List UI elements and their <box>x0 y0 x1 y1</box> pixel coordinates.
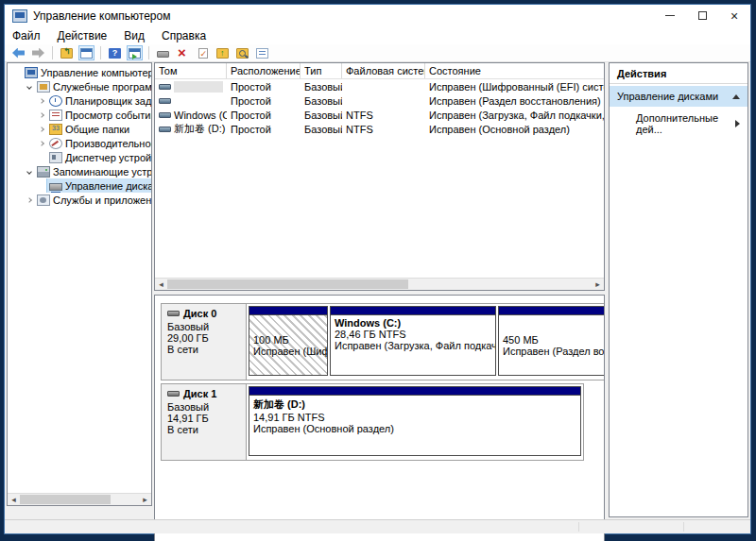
menu-item-Справка[interactable]: Справка <box>162 29 206 42</box>
menu-item-Действие[interactable]: Действие <box>58 29 108 42</box>
table-row[interactable]: 新加卷 (D:)ПростойБазовыйNTFSИсправен (Осно… <box>155 122 604 136</box>
cell <box>155 81 227 93</box>
chevron-down-icon[interactable] <box>24 170 35 174</box>
chevron-right-icon[interactable] <box>36 142 47 145</box>
up-one-level-button[interactable] <box>59 45 75 60</box>
chevron-right-icon[interactable] <box>36 113 47 117</box>
column-header-2[interactable]: Расположение <box>227 63 301 78</box>
extend-button[interactable] <box>215 45 231 60</box>
disk-size: 14,91 ГБ <box>167 413 240 424</box>
sidebar-item-tools[interactable]: Служебные программы <box>8 79 151 93</box>
partition-1-0[interactable]: 新加卷 (D:)14,91 ГБ NTFSИсправен (Основной … <box>249 386 581 456</box>
volume-icon <box>159 98 171 104</box>
minimize-button[interactable] <box>654 5 686 26</box>
cell: Простой <box>227 81 301 93</box>
computer-icon <box>25 67 38 78</box>
sidebar-item-scheduler[interactable]: Планировщик заданий <box>8 93 151 108</box>
submenu-icon <box>735 120 740 127</box>
cell: NTFS <box>342 110 425 121</box>
scroll-thumb[interactable] <box>20 495 111 504</box>
table-row[interactable]: ПростойБазовыйИсправен (Раздел восстанов… <box>155 93 604 108</box>
delete-button[interactable] <box>175 45 191 60</box>
tree-item-label-wrap: Управление компьютером (л <box>23 65 151 79</box>
disk-name: Диск 0 <box>167 308 240 319</box>
tree-item-label-wrap: Управление дисками <box>47 178 151 193</box>
collapse-icon[interactable] <box>732 94 740 99</box>
column-header-3[interactable]: Тип <box>301 63 342 78</box>
disk-type: Базовый <box>167 401 240 413</box>
partition-0-1[interactable]: Windows (C:)28,46 ГБ NTFSИсправен (Загру… <box>330 306 496 376</box>
actions-group-disk-management[interactable]: Управление дисками <box>610 86 747 107</box>
delete-icon <box>177 48 189 59</box>
chevron-right-icon[interactable] <box>24 198 35 202</box>
toolbar-separator <box>52 46 53 59</box>
console-tree: Управление компьютером (лСлужебные прогр… <box>8 63 151 207</box>
back-button[interactable] <box>10 45 26 60</box>
column-header-5[interactable]: Состояние <box>425 63 605 78</box>
scroll-left-icon[interactable]: ◂ <box>155 279 167 290</box>
event-viewer-icon <box>49 110 62 121</box>
partition-info: 450 МБИсправен (Раздел восс <box>499 315 605 375</box>
drive-tool-button[interactable] <box>155 45 171 60</box>
sidebar-item-services[interactable]: Службы и приложения <box>8 193 151 207</box>
menu-item-Файл[interactable]: Файл <box>12 29 41 42</box>
column-header-1[interactable]: Том <box>155 63 227 78</box>
title-bar: Управление компьютером × <box>5 5 750 26</box>
scroll-thumb[interactable] <box>167 279 408 289</box>
disk-label-0[interactable]: Диск 0Базовый29,00 ГБВ сети <box>162 304 247 380</box>
cell: Исправен (Загрузка, Файл подкачки, Ава <box>425 110 605 121</box>
tree-item-label-wrap: Общие папки <box>47 122 131 136</box>
partition-info: Windows (C:)28,46 ГБ NTFSИсправен (Загру… <box>331 315 495 375</box>
sidebar-item-device-manager[interactable]: Диспетчер устройств <box>8 150 151 164</box>
tree-item-label-wrap: Просмотр событий <box>47 108 151 122</box>
tools-icon <box>37 81 50 93</box>
maximize-button[interactable] <box>686 5 718 26</box>
tree-horizontal-scrollbar[interactable]: ◂ ▸ <box>8 493 151 505</box>
check-disk-button[interactable] <box>195 45 211 60</box>
partition-type-bar <box>249 387 580 396</box>
volume-name: Windows (C:) <box>174 110 227 121</box>
close-button[interactable]: × <box>718 5 750 26</box>
help-button[interactable] <box>107 45 123 60</box>
partition-status: Исправен (Шифр <box>253 346 323 357</box>
disk-label-1[interactable]: Диск 1Базовый14,91 ГБВ сети <box>162 384 247 460</box>
tree-item-label: Планировщик заданий <box>65 95 151 107</box>
table-row[interactable]: Windows (C:)ПростойБазовыйNTFSИсправен (… <box>155 108 604 122</box>
actions-item-more-actions[interactable]: Дополнительные дей... <box>610 107 747 141</box>
chevron-right-icon[interactable] <box>36 127 47 131</box>
sidebar-item-disk-management[interactable]: Управление дисками <box>8 178 151 193</box>
table-row[interactable]: ПростойБазовыйИсправен (Шифрованный (EFI… <box>155 79 604 93</box>
tree-item-label: Управление дисками <box>65 180 151 192</box>
volume-icon <box>159 112 171 118</box>
sidebar-item-shared-folders[interactable]: Общие папки <box>8 122 151 136</box>
performance-icon <box>49 138 62 149</box>
new-window-button[interactable] <box>127 45 143 60</box>
cell: Windows (C:) <box>155 110 227 121</box>
cell: Базовый <box>301 81 342 93</box>
partition-0-0[interactable]: 100 МБИсправен (Шифр <box>249 306 328 376</box>
menu-item-Вид[interactable]: Вид <box>124 29 145 42</box>
chevron-down-icon[interactable] <box>24 85 35 89</box>
sidebar-item-storage[interactable]: Запоминающие устройст <box>8 164 151 178</box>
scroll-right-icon[interactable]: ▸ <box>139 494 151 505</box>
properties-icon <box>256 48 268 59</box>
partition-0-2[interactable]: 450 МБИсправен (Раздел восс <box>498 306 605 376</box>
scroll-left-icon[interactable]: ◂ <box>8 494 20 505</box>
tree-item-label: Общие папки <box>65 124 129 135</box>
cell: NTFS <box>342 124 425 135</box>
sidebar-item-event-viewer[interactable]: Просмотр событий <box>8 108 151 122</box>
column-header-4[interactable]: Файловая система <box>342 63 425 78</box>
list-horizontal-scrollbar[interactable]: ◂ ▸ <box>155 278 604 290</box>
sidebar-item-computer[interactable]: Управление компьютером (л <box>8 65 151 79</box>
scroll-right-icon[interactable]: ▸ <box>592 279 604 290</box>
browse-button[interactable] <box>234 45 250 60</box>
forward-button[interactable] <box>30 45 46 60</box>
properties-button[interactable] <box>254 45 270 60</box>
sidebar-item-performance[interactable]: Производительность <box>8 136 151 150</box>
cell: Базовый <box>301 110 342 121</box>
chevron-right-icon[interactable] <box>36 99 47 103</box>
cell: Простой <box>227 124 301 135</box>
tree-item-label-wrap: Запоминающие устройст <box>35 164 151 178</box>
cell: Исправен (Шифрованный (EFI) системны <box>425 81 605 93</box>
show-console-tree-button[interactable] <box>78 45 94 60</box>
